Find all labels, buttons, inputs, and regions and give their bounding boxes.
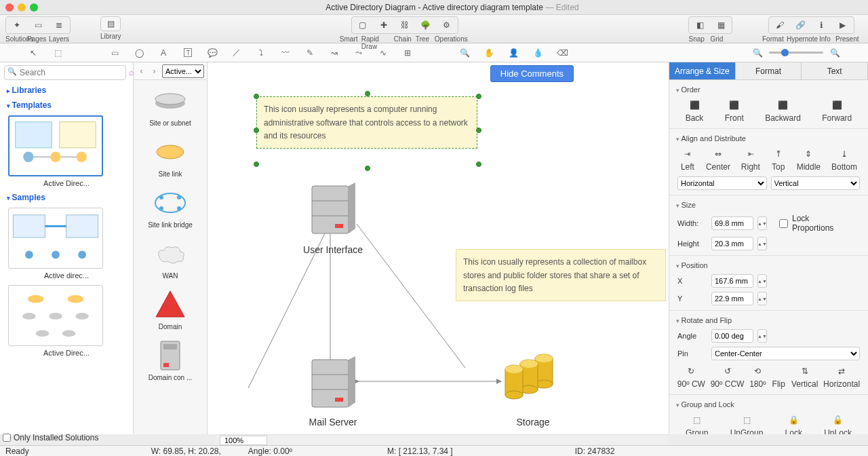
node-mail-server[interactable] [308,354,357,415]
zoom-tool[interactable]: 🔍 [458,47,471,59]
node-storage[interactable] [500,347,561,404]
template-thumb-1[interactable]: Active Direc... [8,115,125,187]
rot-180[interactable]: ⟲180º [749,365,766,389]
sec-rotate[interactable]: Rotate and Flip [669,314,868,327]
zoom-value[interactable] [220,436,267,445]
node-user-interface[interactable] [308,180,357,241]
x-input[interactable] [711,274,753,288]
sec-size[interactable]: Size [669,198,868,212]
order-front[interactable]: ⬛Front [725,99,744,123]
rot-ccw[interactable]: ↺90º CCW [711,365,745,389]
smart-button[interactable]: ▢ [353,18,373,33]
eraser-tool[interactable]: ⌫ [556,47,568,59]
sec-position[interactable]: Position [669,259,868,272]
pin-select[interactable]: Center-Center [711,347,860,360]
angle-input[interactable] [711,329,753,343]
order-back[interactable]: ⬛Back [686,99,704,123]
textbox-tool[interactable]: 🅃 [182,47,194,59]
stencil-back[interactable]: ‹ [136,66,146,76]
snap-button[interactable]: ◧ [690,18,710,33]
rot-cw[interactable]: ↻90º CW [677,365,705,389]
zoom-slider[interactable] [769,52,823,54]
width-stepper[interactable]: ▲▼ [757,216,767,230]
sample-thumb-2[interactable]: Active Direc... [8,285,125,357]
curve-tool[interactable]: 〰 [279,47,292,59]
align-center[interactable]: ⇔Center [706,148,730,172]
align-top[interactable]: ⤒Top [771,148,786,172]
stencil-site[interactable]: Site or subnet [134,80,207,131]
unlock-btn[interactable]: 🔓UnLock [824,414,852,434]
select-tool[interactable]: ⬚ [52,47,64,59]
format-button[interactable]: 🖌 [770,18,790,33]
stencil-fwd[interactable]: › [149,66,159,76]
present-button[interactable]: ▶ [833,18,853,33]
rect-tool[interactable]: ▭ [108,47,121,59]
height-input[interactable] [711,237,753,250]
pen-tool[interactable]: ✎ [304,47,316,59]
sec-order[interactable]: Order [669,83,868,96]
ellipse-tool[interactable]: ◯ [133,47,145,59]
layers-button[interactable]: ≣ [49,18,69,33]
stencil-wan[interactable]: WAN [134,233,207,284]
dist-h[interactable]: Horizontal [677,176,767,190]
align-middle[interactable]: ⇕Middle [797,148,821,172]
operations-button[interactable]: ⚙ [437,18,457,33]
h-scrollbar[interactable] [216,434,669,445]
align-right[interactable]: ⤜Right [741,148,760,172]
callout-tool[interactable]: 💬 [206,47,218,59]
order-forward[interactable]: ⬛Forward [822,99,852,123]
align-left[interactable]: ⤛Left [680,148,695,172]
stencil-domcon[interactable]: Domain con ... [134,335,207,385]
libraries-header[interactable]: Libraries [0,83,133,98]
library-button[interactable]: ▤ [100,16,121,31]
stamp-tool[interactable]: 👤 [507,47,519,59]
templates-header[interactable]: Templates [0,98,133,113]
table-tool[interactable]: ⊞ [401,47,414,59]
order-backward[interactable]: ⬛Backward [765,99,801,123]
line-tool[interactable]: ／ [231,47,243,59]
bezier-tool[interactable]: ↝ [328,47,340,59]
chain-button[interactable]: ⛓ [395,18,415,33]
connector-tool[interactable]: ⤳ [353,47,365,59]
comment-note-2[interactable]: This icon usually represents a collectio… [456,249,666,301]
height-stepper[interactable]: ▲▼ [757,237,767,250]
solutions-button[interactable]: ✦ [7,18,27,33]
arc-tool[interactable]: ⤵ [255,47,267,59]
info-button[interactable]: ℹ [812,18,832,33]
tab-text[interactable]: Text [802,62,868,79]
samples-header[interactable]: Samples [0,190,133,205]
only-installed-check[interactable]: Only Installed Solutions [3,433,98,442]
flip-v[interactable]: ⇅Vertical [791,365,818,389]
tab-format[interactable]: Format [736,62,802,79]
flip-h[interactable]: ⇄Horizontal [823,365,860,389]
hand-tool[interactable]: ✋ [483,47,495,59]
tree-button[interactable]: 🌳 [416,18,436,33]
search-input[interactable] [4,65,126,80]
group-btn[interactable]: ⬚Group [686,414,708,434]
zoom-out-icon[interactable]: 🔍 [751,47,764,59]
sec-align[interactable]: Align and Distribute [669,132,868,145]
stencil-domain[interactable]: Domain [134,284,207,335]
spline-tool[interactable]: ∿ [377,47,389,59]
ungroup-btn[interactable]: ⬚UnGroup [730,414,764,434]
y-stepper[interactable]: ▲▼ [757,292,767,305]
stencil-bridge[interactable]: Site link bridge [134,182,207,233]
y-input[interactable] [711,292,753,305]
comment-note-1[interactable]: This icon usually represents a computer … [256,96,477,149]
rapiddraw-button[interactable]: ✚ [374,18,394,33]
tab-arrange[interactable]: Arrange & Size [669,62,736,79]
sample-thumb-1[interactable]: Active direc... [8,208,125,280]
max-dot[interactable] [30,3,38,12]
pages-button[interactable]: ▭ [28,18,48,33]
min-dot[interactable] [18,3,26,12]
lock-btn[interactable]: 🔒Lock [785,414,802,434]
lock-prop-check[interactable] [779,219,788,228]
dist-v[interactable]: Vertical [771,176,861,190]
close-dot[interactable] [5,3,14,12]
stencil-select[interactable]: Active... [162,64,204,78]
width-input[interactable] [711,216,753,230]
angle-stepper[interactable]: ▲▼ [757,329,767,343]
x-stepper[interactable]: ▲▼ [757,274,767,288]
stencil-sitelink[interactable]: Site link [134,131,207,182]
sec-group[interactable]: Group and Lock [669,398,868,411]
